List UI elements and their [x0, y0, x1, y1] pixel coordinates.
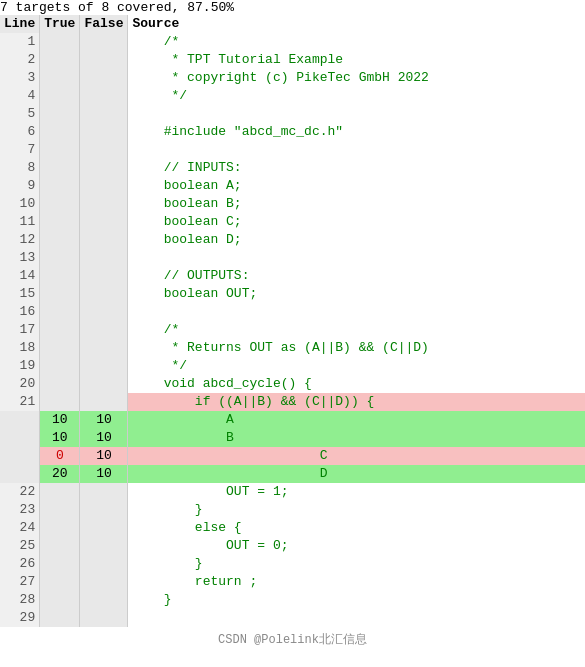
table-row: 27 return ;: [0, 573, 585, 591]
false-count: [80, 537, 128, 555]
false-count: [80, 69, 128, 87]
table-row: 15 boolean OUT;: [0, 285, 585, 303]
table-row: 2 * TPT Tutorial Example: [0, 51, 585, 69]
table-row: 20 void abcd_cycle() {: [0, 375, 585, 393]
true-count: [40, 303, 80, 321]
true-count: [40, 501, 80, 519]
false-count: [80, 267, 128, 285]
true-count: [40, 69, 80, 87]
false-count: [80, 123, 128, 141]
true-count: 10: [40, 411, 80, 429]
false-count: [80, 375, 128, 393]
line-number: 16: [0, 303, 40, 321]
source-code: boolean C;: [128, 213, 585, 231]
table-row: 2010 D: [0, 465, 585, 483]
line-number: 29: [0, 609, 40, 627]
line-number: 14: [0, 267, 40, 285]
true-count: [40, 195, 80, 213]
header-bar: 7 targets of 8 covered, 87.50%: [0, 0, 585, 15]
source-code: // OUTPUTS:: [128, 267, 585, 285]
false-count: [80, 213, 128, 231]
true-count: [40, 357, 80, 375]
source-code: void abcd_cycle() {: [128, 375, 585, 393]
source-code: [128, 105, 585, 123]
code-body: 1 /*2 * TPT Tutorial Example3 * copyrigh…: [0, 33, 585, 627]
false-count: [80, 249, 128, 267]
footer: CSDN @Polelink北汇信息: [0, 627, 585, 652]
source-code: * TPT Tutorial Example: [128, 51, 585, 69]
true-count: [40, 483, 80, 501]
false-count: [80, 303, 128, 321]
false-count: 10: [80, 447, 128, 465]
false-count: [80, 321, 128, 339]
line-number: 23: [0, 501, 40, 519]
line-number: 17: [0, 321, 40, 339]
table-row: 24 else {: [0, 519, 585, 537]
false-count: [80, 573, 128, 591]
false-count: [80, 339, 128, 357]
table-row: 25 OUT = 0;: [0, 537, 585, 555]
table-row: 4 */: [0, 87, 585, 105]
table-row: 1010 A: [0, 411, 585, 429]
source-code: boolean D;: [128, 231, 585, 249]
source-code: /*: [128, 33, 585, 51]
true-count: [40, 51, 80, 69]
table-row: 21 if ((A||B) && (C||D)) {: [0, 393, 585, 411]
table-row: 16: [0, 303, 585, 321]
source-code: #include "abcd_mc_dc.h": [128, 123, 585, 141]
line-number: [0, 411, 40, 429]
source-code: if ((A||B) && (C||D)) {: [128, 393, 585, 411]
false-count: 10: [80, 429, 128, 447]
true-header: True: [40, 15, 80, 33]
source-header: Source: [128, 15, 585, 33]
line-number: 9: [0, 177, 40, 195]
line-number: 2: [0, 51, 40, 69]
true-count: [40, 141, 80, 159]
false-count: [80, 105, 128, 123]
false-count: [80, 591, 128, 609]
true-count: [40, 231, 80, 249]
table-row: 28 }: [0, 591, 585, 609]
true-count: [40, 537, 80, 555]
false-count: [80, 195, 128, 213]
table-row: 14 // OUTPUTS:: [0, 267, 585, 285]
table-row: 19 */: [0, 357, 585, 375]
source-code: D: [128, 465, 585, 483]
line-number: 3: [0, 69, 40, 87]
line-number: 21: [0, 393, 40, 411]
coverage-summary: 7 targets of 8 covered, 87.50%: [0, 0, 234, 15]
true-count: [40, 393, 80, 411]
false-count: [80, 483, 128, 501]
true-count: [40, 519, 80, 537]
source-code: }: [128, 501, 585, 519]
line-number: 19: [0, 357, 40, 375]
true-count: [40, 105, 80, 123]
false-count: [80, 393, 128, 411]
table-row: 6 #include "abcd_mc_dc.h": [0, 123, 585, 141]
true-count: [40, 285, 80, 303]
line-number: 25: [0, 537, 40, 555]
true-count: [40, 375, 80, 393]
false-count: [80, 357, 128, 375]
line-number: 12: [0, 231, 40, 249]
table-row: 8 // INPUTS:: [0, 159, 585, 177]
false-count: [80, 51, 128, 69]
source-code: return ;: [128, 573, 585, 591]
line-number: 4: [0, 87, 40, 105]
false-count: [80, 159, 128, 177]
false-count: [80, 33, 128, 51]
line-number: 22: [0, 483, 40, 501]
line-number: 28: [0, 591, 40, 609]
line-number: 15: [0, 285, 40, 303]
line-number: 20: [0, 375, 40, 393]
true-count: 10: [40, 429, 80, 447]
line-header: Line: [0, 15, 40, 33]
false-count: [80, 555, 128, 573]
line-number: [0, 447, 40, 465]
line-number: 13: [0, 249, 40, 267]
false-count: [80, 87, 128, 105]
table-row: 1010 B: [0, 429, 585, 447]
source-code: C: [128, 447, 585, 465]
source-code: */: [128, 87, 585, 105]
line-number: 18: [0, 339, 40, 357]
